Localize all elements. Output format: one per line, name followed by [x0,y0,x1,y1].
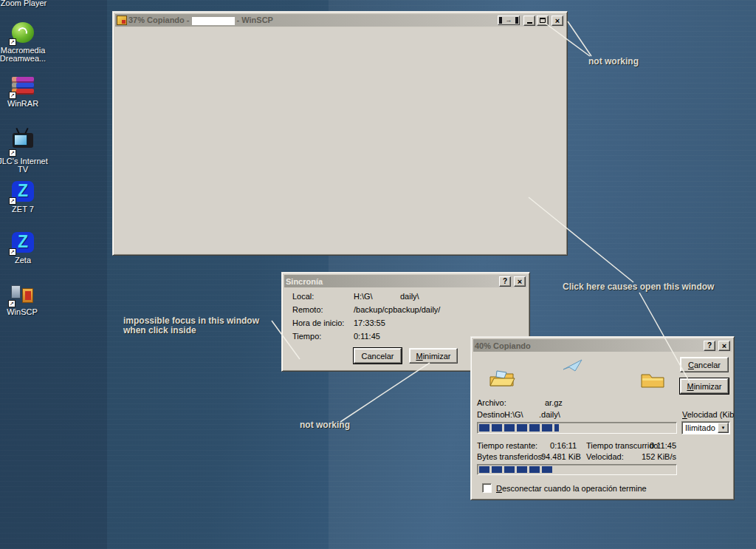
cancel-button[interactable]: Cancelar [680,357,729,372]
titlebar-transfer-icon[interactable]: → [498,16,520,25]
desktop-icon-label: Macromedia Dreamwea... [0,47,50,63]
chevron-down-icon[interactable]: ▼ [718,423,729,433]
destination-folder-icon [640,370,665,389]
main-window-title: 37% Copiando -- WinSCP [128,16,273,25]
desktop-icon-zeta[interactable]: Z ↗ Zeta [0,232,50,265]
main-window-client-area[interactable] [115,28,565,253]
desktop-icon-winscp[interactable]: ↗ WinSCP [0,284,49,316]
total-progress-bar [477,464,677,475]
sync-start-time-label: Hora de inicio: [292,318,344,327]
file-progress-bar [477,422,677,434]
destination-label: Destino: [477,410,506,419]
annotation-impossible-focus: impossible focus in this window when cli… [123,316,277,335]
bytes-transferred-value: 94.481 KiB [541,452,577,461]
sync-remote-label: Remoto: [292,305,323,314]
close-button[interactable]: × [718,341,730,351]
shortcut-arrow-icon: ↗ [8,300,16,307]
speed-combo-value: Ilimitado [685,423,715,432]
help-button[interactable]: ? [499,276,511,287]
help-button[interactable]: ? [704,341,715,351]
macromedia-dreamweaver-icon: ↗ [10,22,35,44]
remaining-time-label: Tiempo restante: [477,441,537,450]
winrar-icon: ↗ [10,75,35,98]
winscp-titlebar-icon [117,16,127,25]
zeta-icon: Z ↗ [10,232,35,254]
flying-file-icon [562,358,584,373]
desktop-icon-winrar[interactable]: ↗ WinRAR [0,75,50,108]
shortcut-arrow-icon: ↗ [9,149,16,157]
desktop-icon-label: WinRAR [0,100,50,108]
elapsed-time-value: 0:11:45 [641,441,676,450]
minimize-dialog-button[interactable]: Minimizar [680,378,729,394]
annotation-not-working-top: not working [588,56,639,67]
disconnect-checkbox-label[interactable]: Desconectar cuando la operación termine [496,484,647,493]
speed-combo-label: Velocidad (Kib/s [682,410,734,419]
desktop-icon-label: Zeta [0,256,50,265]
sync-dialog-title: Sincronía [286,277,323,286]
tv-icon: ↗ [10,133,35,155]
minimize-button[interactable] [523,16,535,26]
sync-remote-value: /backup/cpbackup/daily/ [354,305,440,314]
disconnect-checkbox[interactable] [482,483,492,493]
annotation-line [568,21,591,56]
desktop-icon-label: WinSCP [0,308,49,316]
speed-stat-label: Velocidad: [586,452,624,461]
sync-start-time-value: 17:33:55 [354,318,385,327]
maximize-button[interactable] [537,16,549,26]
winscp-main-window: 37% Copiando -- WinSCP → × [112,11,568,256]
sync-elapsed-value: 0:11:45 [354,332,380,341]
shortcut-arrow-icon: ↗ [9,92,16,99]
desktop-icon-macromedia-dreamweaver[interactable]: ↗ Macromedia Dreamwea... [0,22,50,63]
shortcut-arrow-icon: ↗ [9,197,16,205]
bytes-transferred-label: Bytes transferidos: [477,452,544,461]
close-button[interactable]: × [551,16,563,26]
censored-title-box [192,17,235,25]
sync-dialog-titlebar[interactable]: Sincronía ? × [284,275,527,287]
sync-local-prefix: H:\G\ [354,292,373,301]
close-button[interactable]: × [514,276,526,287]
desktop-icon-zoom-player[interactable]: Zoom Player [0,0,51,7]
annotation-line [340,363,430,422]
sync-local-suffix: daily\ [400,292,419,301]
desktop-icon-label: ZET 7 [0,205,50,214]
zet-icon: Z ↗ [10,181,35,203]
desktop-icon-jlcs-internet-tv[interactable]: ↗ JLC's Internet TV [0,129,50,174]
shortcut-arrow-icon: ↗ [9,248,16,256]
speed-stat-value: 152 KiB/s [641,452,676,461]
destination-suffix: .daily\ [539,410,560,419]
sync-elapsed-label: Tiempo: [292,332,321,341]
desktop-icon-zet-7[interactable]: Z ↗ ZET 7 [0,181,50,214]
annotation-not-working-bottom: not working [300,420,350,430]
destination-prefix: H:\G\ [504,410,523,419]
copy-dialog-titlebar[interactable]: 40% Copiando ? × [473,339,732,352]
main-window-titlebar[interactable]: 37% Copiando -- WinSCP → × [115,14,565,27]
file-label: Archivo: [477,398,506,407]
shortcut-arrow-icon: ↗ [9,38,16,46]
desktop-icon-label: JLC's Internet TV [0,157,50,174]
file-value: ar.gz [545,398,563,407]
winscp-icon: ↗ [10,284,35,306]
minimize-dialog-button[interactable]: Minimizar [409,348,458,364]
sync-local-label: Local: [292,292,314,301]
cancel-button[interactable]: Cancelar [354,348,402,364]
source-folder-icon [489,369,515,389]
copy-progress-dialog: 40% Copiando ? × Cancelar Minimizar Arch… [470,336,735,500]
copy-dialog-title: 40% Copiando [475,341,531,350]
desktop-icon-label: Zoom Player [0,0,51,7]
speed-combo[interactable]: Ilimitado ▼ [681,421,730,434]
remaining-time-value: 0:16:11 [541,441,577,450]
annotation-click-here: Click here causes open this window [563,282,714,292]
